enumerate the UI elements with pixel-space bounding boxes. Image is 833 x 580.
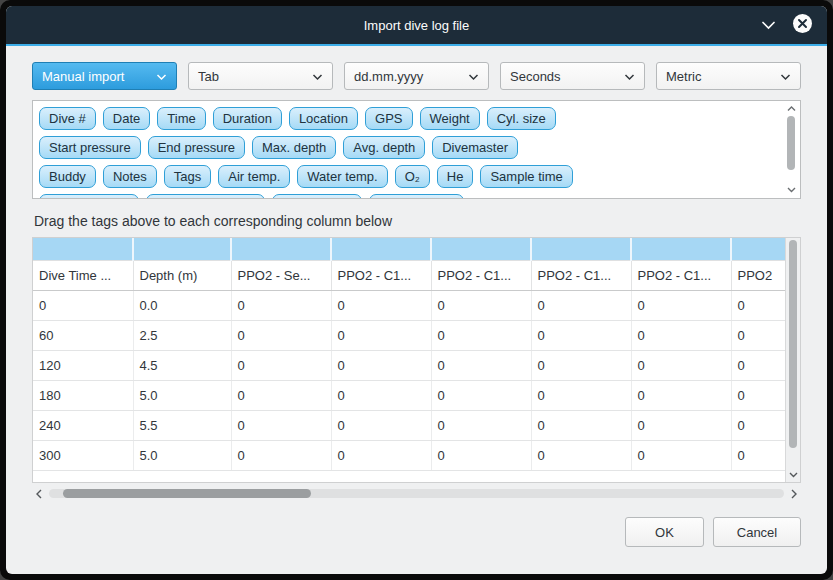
- table-cell[interactable]: 0: [631, 440, 731, 470]
- tag-water-temp[interactable]: Water temp.: [297, 165, 387, 188]
- tag-he[interactable]: He: [437, 165, 474, 188]
- table-cell[interactable]: 0: [731, 440, 785, 470]
- table-cell[interactable]: 0: [531, 290, 631, 320]
- tag-cyl-size[interactable]: Cyl. size: [487, 107, 556, 130]
- units-combo[interactable]: Metric: [656, 62, 801, 90]
- tag-weight[interactable]: Weight: [420, 107, 480, 130]
- drop-target-cell[interactable]: [431, 238, 531, 260]
- close-button[interactable]: [792, 13, 813, 38]
- table-cell[interactable]: 0: [731, 320, 785, 350]
- scroll-left-icon[interactable]: [34, 489, 44, 499]
- scrollbar-thumb[interactable]: [63, 489, 311, 498]
- scrollbar-thumb[interactable]: [787, 116, 795, 170]
- import-type-combo[interactable]: Manual import: [32, 62, 177, 90]
- tag-tags[interactable]: Tags: [164, 165, 211, 188]
- date-format-combo[interactable]: dd.mm.yyyy: [344, 62, 489, 90]
- tag-sample-time[interactable]: Sample time: [480, 165, 572, 188]
- tag-divemaster[interactable]: Divemaster: [432, 136, 518, 159]
- tag-gps[interactable]: GPS: [365, 107, 412, 130]
- table-cell[interactable]: 4.5: [133, 350, 231, 380]
- ok-button[interactable]: OK: [625, 517, 704, 547]
- table-cell[interactable]: 0: [631, 290, 731, 320]
- table-cell[interactable]: 0: [531, 350, 631, 380]
- table-cell[interactable]: 0: [431, 440, 531, 470]
- scroll-down-icon[interactable]: [786, 469, 801, 481]
- table-cell[interactable]: 0: [231, 440, 331, 470]
- titlebar[interactable]: Import dive log file: [6, 6, 827, 44]
- table-cell[interactable]: 240: [33, 410, 133, 440]
- drop-target-cell[interactable]: [331, 238, 431, 260]
- table-cell[interactable]: 0: [731, 350, 785, 380]
- table-cell[interactable]: 0: [231, 380, 331, 410]
- tag-duration[interactable]: Duration: [213, 107, 282, 130]
- tag-dive[interactable]: Dive #: [39, 107, 96, 130]
- table-cell[interactable]: 0: [731, 380, 785, 410]
- drop-target-cell[interactable]: [231, 238, 331, 260]
- table-cell[interactable]: 0: [531, 380, 631, 410]
- table-cell[interactable]: 0: [531, 440, 631, 470]
- table-cell[interactable]: 2.5: [133, 320, 231, 350]
- table-vertical-scrollbar[interactable]: [785, 238, 800, 482]
- tag-sample-depth[interactable]: Sample depth: [39, 194, 139, 199]
- table-cell[interactable]: 0.0: [133, 290, 231, 320]
- tag-sample-pressure[interactable]: Sample pressure: [146, 194, 264, 199]
- shade-button[interactable]: [761, 16, 776, 34]
- drop-target-cell[interactable]: [133, 238, 231, 260]
- table-cell[interactable]: 0: [431, 410, 531, 440]
- tag-avg-depth[interactable]: Avg. depth: [343, 136, 425, 159]
- scrollbar-thumb[interactable]: [789, 240, 797, 448]
- table-cell[interactable]: 0: [431, 350, 531, 380]
- scrollbar-track[interactable]: [49, 489, 784, 498]
- table-cell[interactable]: 0: [231, 410, 331, 440]
- table-cell[interactable]: 0: [331, 350, 431, 380]
- tag-o[interactable]: O₂: [395, 165, 430, 188]
- drop-target-cell[interactable]: [531, 238, 631, 260]
- table-cell[interactable]: 0: [631, 350, 731, 380]
- scroll-down-icon[interactable]: [785, 184, 798, 196]
- table-cell[interactable]: 120: [33, 350, 133, 380]
- table-cell[interactable]: 300: [33, 440, 133, 470]
- tag-date[interactable]: Date: [103, 107, 150, 130]
- table-cell[interactable]: 0: [731, 410, 785, 440]
- table-cell[interactable]: 0: [331, 380, 431, 410]
- drop-target-cell[interactable]: [33, 238, 133, 260]
- table-cell[interactable]: 5.0: [133, 380, 231, 410]
- table-cell[interactable]: 0: [631, 380, 731, 410]
- table-cell[interactable]: 0: [231, 320, 331, 350]
- table-cell[interactable]: 5.5: [133, 410, 231, 440]
- tag-air-temp[interactable]: Air temp.: [218, 165, 290, 188]
- table-cell[interactable]: 5.0: [133, 440, 231, 470]
- table-horizontal-scrollbar[interactable]: [32, 486, 801, 501]
- table-cell[interactable]: 0: [33, 290, 133, 320]
- table-cell[interactable]: 0: [431, 380, 531, 410]
- table-cell[interactable]: 0: [231, 350, 331, 380]
- tag-start-pressure[interactable]: Start pressure: [39, 136, 141, 159]
- tag-location[interactable]: Location: [289, 107, 358, 130]
- field-separator-combo[interactable]: Tab: [188, 62, 333, 90]
- table-cell[interactable]: 0: [231, 290, 331, 320]
- table-cell[interactable]: 0: [331, 320, 431, 350]
- tag-sample-cns[interactable]: Sample CNS: [369, 194, 464, 199]
- table-cell[interactable]: 0: [331, 290, 431, 320]
- table-cell[interactable]: 0: [331, 440, 431, 470]
- duration-format-combo[interactable]: Seconds: [500, 62, 645, 90]
- table-cell[interactable]: 0: [431, 320, 531, 350]
- table-cell[interactable]: 0: [431, 290, 531, 320]
- drop-target-cell[interactable]: [731, 238, 785, 260]
- tag-panel-scrollbar[interactable]: [785, 103, 798, 196]
- tag-max-depth[interactable]: Max. depth: [252, 136, 336, 159]
- table-cell[interactable]: 0: [531, 320, 631, 350]
- tag-time[interactable]: Time: [157, 107, 205, 130]
- cancel-button[interactable]: Cancel: [713, 517, 801, 547]
- tag-end-pressure[interactable]: End pressure: [148, 136, 245, 159]
- tag-buddy[interactable]: Buddy: [39, 165, 96, 188]
- tag-notes[interactable]: Notes: [103, 165, 157, 188]
- tag-sample-po[interactable]: Sample pO₂: [272, 194, 362, 199]
- drop-target-cell[interactable]: [631, 238, 731, 260]
- table-cell[interactable]: 180: [33, 380, 133, 410]
- table-cell[interactable]: 0: [731, 290, 785, 320]
- table-cell[interactable]: 0: [531, 410, 631, 440]
- table-cell[interactable]: 0: [631, 410, 731, 440]
- table-cell[interactable]: 0: [331, 410, 431, 440]
- scroll-up-icon[interactable]: [785, 103, 798, 115]
